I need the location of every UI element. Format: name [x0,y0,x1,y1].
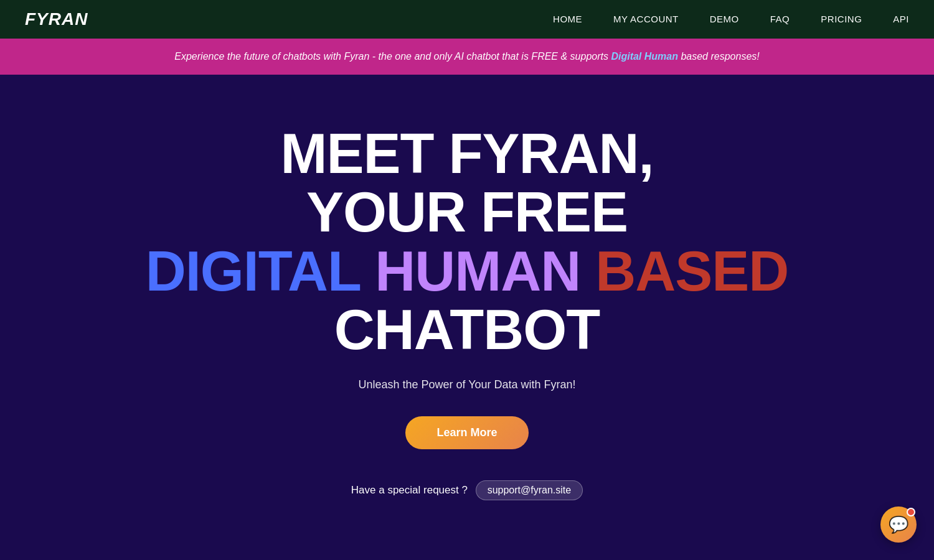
nav-logo[interactable]: FYRAN [25,9,88,29]
announcement-highlight[interactable]: Digital Human [611,51,678,62]
nav-link-demo[interactable]: DEMO [710,14,739,24]
nav-links: HOMEMY ACCOUNTDEMOFAQPRICINGAPI [553,14,909,25]
hero-title-line3: DIGITAL HUMAN BASED [25,242,909,301]
hero-section: MEET FYRAN, YOUR FREE DIGITAL HUMAN BASE… [0,75,934,538]
chat-widget-icon: 💬 [889,515,908,534]
navbar: FYRAN HOMEMY ACCOUNTDEMOFAQPRICINGAPI [0,0,934,39]
special-request-text: Have a special request ? [351,484,468,496]
nav-link-faq[interactable]: FAQ [770,14,790,24]
announcement-text-before: Experience the future of chatbots with F… [174,51,611,62]
hero-digital: DIGITAL [146,240,361,302]
announcement-text-after: based responses! [678,51,760,62]
nav-link-home[interactable]: HOME [553,14,582,24]
hero-title-line4: CHATBOT [25,301,909,360]
hero-human: HUMAN [375,240,580,302]
learn-more-button[interactable]: Learn More [405,416,528,449]
announcement-banner: Experience the future of chatbots with F… [0,39,934,75]
support-email[interactable]: support@fyran.site [476,480,583,500]
special-request-line: Have a special request ? support@fyran.s… [25,480,909,500]
hero-title-line1: MEET FYRAN, YOUR FREE [25,124,909,242]
hero-subtitle: Unleash the Power of Your Data with Fyra… [25,378,909,391]
chat-badge [907,508,915,516]
nav-link-api[interactable]: API [893,14,909,24]
nav-link-pricing[interactable]: PRICING [821,14,862,24]
product-demo-section: PRODUCT DEMO FYRAN product demo showcase… [0,538,934,560]
chat-widget[interactable]: 💬 [880,506,917,543]
nav-link-my-account[interactable]: MY ACCOUNT [613,14,679,24]
hero-based: BASED [595,240,788,302]
